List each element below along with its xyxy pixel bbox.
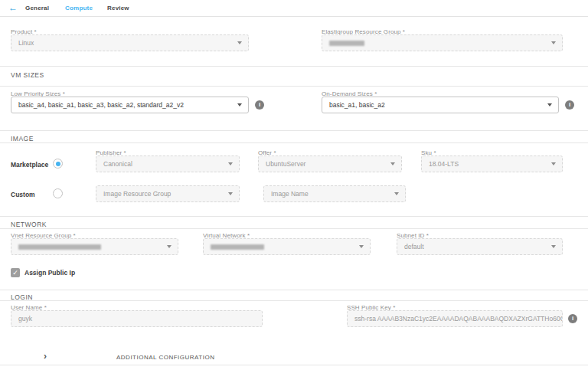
- section-divider: [0, 130, 588, 131]
- custom-radio[interactable]: [53, 188, 63, 198]
- additional-configuration-toggle[interactable]: ADDITIONAL CONFIGURATION: [116, 354, 214, 361]
- low-priority-sizes-value: basic_a4, basic_a1, basic_a3, basic_a2, …: [11, 101, 196, 109]
- section-divider: [0, 86, 588, 87]
- tab-general[interactable]: General: [25, 5, 49, 11]
- assign-public-ip-checkbox[interactable]: ✓: [11, 268, 20, 277]
- redacted-value: [211, 244, 264, 250]
- info-icon[interactable]: i: [565, 100, 574, 110]
- user-name-input[interactable]: guyk: [11, 310, 263, 327]
- assign-public-ip-label: Assign Public Ip: [24, 269, 75, 277]
- custom-option-label: Custom: [11, 191, 35, 198]
- chevron-down-icon: [228, 162, 233, 165]
- ssh-public-key-input[interactable]: ssh-rsa AAAAB3NzaC1yc2EAAAADAQABAAABAQDX…: [347, 310, 563, 327]
- image-section-title: IMAGE: [11, 135, 34, 142]
- chevron-down-icon: [547, 103, 552, 106]
- compute-form-page: ← General Compute Review Product * Linux…: [0, 0, 588, 370]
- elastigroup-resource-group-select[interactable]: [322, 34, 563, 51]
- virtual-network-select[interactable]: [203, 238, 371, 255]
- chevron-down-icon: [359, 245, 364, 248]
- marketplace-option-label: Marketplace: [11, 161, 48, 169]
- vnet-resource-group-select[interactable]: [11, 238, 178, 255]
- wizard-tab-bar: ← General Compute Review: [0, 0, 588, 17]
- section-divider: [0, 228, 588, 229]
- on-demand-sizes-select[interactable]: basic_a1, basic_a2: [322, 97, 559, 113]
- tab-compute[interactable]: Compute: [65, 5, 93, 11]
- section-divider: [0, 66, 588, 67]
- low-priority-sizes-select[interactable]: basic_a4, basic_a1, basic_a3, basic_a2, …: [11, 97, 249, 113]
- vm-sizes-section-title: VM SIZES: [11, 71, 44, 79]
- section-divider: [0, 365, 588, 365]
- chevron-down-icon: [237, 41, 242, 44]
- redacted-value: [329, 41, 364, 46]
- redacted-value: [18, 244, 101, 250]
- section-divider: [0, 142, 588, 143]
- chevron-down-icon: [551, 162, 556, 165]
- subnet-id-select[interactable]: default: [397, 238, 563, 255]
- image-resource-group-placeholder: Image Resource Group: [96, 190, 183, 198]
- section-divider: [0, 290, 588, 290]
- image-name-select[interactable]: Image Name: [263, 185, 406, 202]
- product-select[interactable]: Linux: [11, 34, 249, 51]
- marketplace-radio[interactable]: [53, 159, 63, 169]
- back-arrow-icon[interactable]: ←: [8, 2, 18, 13]
- section-divider: [0, 300, 588, 301]
- user-name-value: guyk: [11, 315, 44, 323]
- chevron-down-icon: [551, 41, 556, 44]
- image-resource-group-select[interactable]: Image Resource Group: [96, 185, 240, 202]
- subnet-id-value: default: [397, 243, 436, 250]
- network-section-title: NETWORK: [11, 221, 47, 228]
- chevron-down-icon: [228, 192, 233, 195]
- sku-select[interactable]: 18.04-LTS: [421, 156, 563, 172]
- chevron-down-icon: [394, 192, 399, 195]
- on-demand-sizes-value: basic_a1, basic_a2: [322, 101, 397, 109]
- expand-chevron-icon[interactable]: ›: [44, 351, 47, 362]
- chevron-down-icon: [390, 162, 395, 165]
- offer-select[interactable]: UbuntuServer: [258, 156, 402, 172]
- chevron-down-icon: [551, 245, 556, 248]
- publisher-select[interactable]: Canonical: [96, 156, 240, 172]
- section-divider: [0, 216, 588, 217]
- image-name-placeholder: Image Name: [264, 190, 321, 198]
- chevron-down-icon: [237, 103, 242, 106]
- ssh-public-key-value: ssh-rsa AAAAB3NzaC1yc2EAAAADAQABAAABAQDX…: [348, 315, 562, 323]
- product-value: Linux: [11, 39, 46, 47]
- publisher-value: Canonical: [96, 160, 145, 168]
- info-icon[interactable]: i: [255, 100, 264, 110]
- chevron-down-icon: [167, 245, 172, 248]
- sku-value: 18.04-LTS: [422, 160, 471, 168]
- info-icon[interactable]: i: [568, 314, 577, 323]
- tab-review[interactable]: Review: [107, 5, 129, 11]
- offer-value: UbuntuServer: [259, 160, 318, 168]
